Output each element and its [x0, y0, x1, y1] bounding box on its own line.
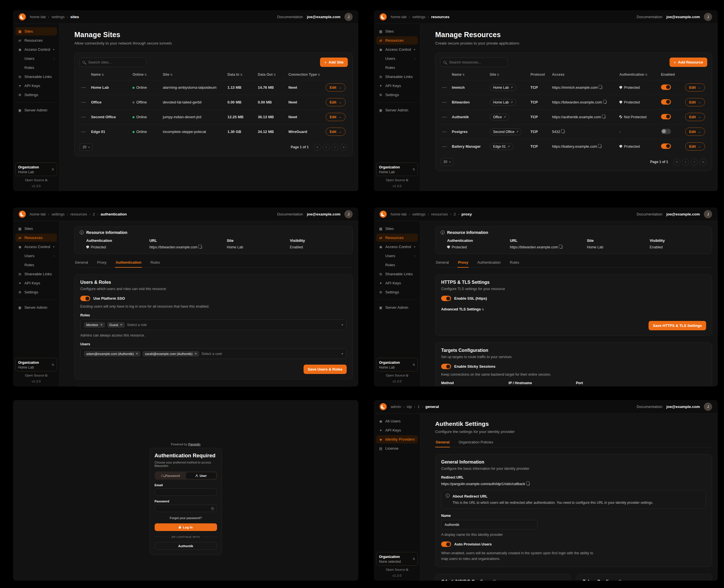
sort-icon[interactable]: ⇅	[144, 73, 147, 76]
sidebar-item-roles[interactable]: Roles	[15, 261, 57, 269]
breadcrumb-item[interactable]: settings	[412, 15, 425, 19]
remove-chip-icon[interactable]: ✕	[195, 352, 197, 355]
row-menu-button[interactable]: ···	[442, 145, 447, 149]
show-password-icon[interactable]	[211, 507, 214, 510]
row-menu-button[interactable]: ···	[81, 86, 86, 90]
copy-icon[interactable]	[199, 246, 202, 249]
copy-icon[interactable]	[603, 115, 605, 119]
site-pill[interactable]: Second Office↗	[490, 128, 522, 135]
edit-button[interactable]: Edit→	[326, 98, 345, 106]
avatar[interactable]: J	[344, 210, 353, 218]
documentation-link[interactable]: Documentation	[637, 404, 662, 409]
sidebar-item-license[interactable]: ▤License	[376, 444, 418, 453]
tab-password-method[interactable]: Password	[156, 472, 186, 479]
pangolin-link[interactable]: Pangolin	[188, 443, 201, 446]
sidebar-item-server-admin[interactable]: ▣Server Admin	[376, 106, 418, 114]
sidebar-item-access-control[interactable]: ◉Access Control▾	[15, 243, 57, 251]
documentation-link[interactable]: Documentation	[277, 212, 303, 216]
sidebar-item-sites[interactable]: ▦Sites	[15, 225, 57, 233]
remove-chip-icon[interactable]: ✕	[136, 352, 138, 355]
sort-icon[interactable]: ⇅	[102, 73, 104, 76]
copy-icon[interactable]	[527, 483, 530, 486]
idp-name-input[interactable]	[441, 520, 538, 529]
role-chip[interactable]: Guest✕	[107, 322, 125, 328]
row-menu-button[interactable]: ···	[442, 100, 447, 104]
password-field[interactable]	[155, 505, 217, 512]
edit-button[interactable]: Edit→	[685, 83, 705, 91]
breadcrumb-item[interactable]: resources	[431, 212, 448, 216]
row-menu-button[interactable]: ···	[81, 115, 86, 119]
sidebar-item-users[interactable]: Users›	[376, 55, 418, 63]
avatar[interactable]: J	[344, 13, 353, 21]
next-page-button[interactable]: ›	[331, 144, 339, 151]
edit-button[interactable]: Edit→	[685, 98, 705, 106]
breadcrumb-item[interactable]: 1	[418, 404, 420, 409]
sidebar-item-shareable-links[interactable]: ⧉Shareable Links	[15, 72, 57, 81]
breadcrumb-item[interactable]: 2	[454, 212, 456, 216]
rows-per-page-select[interactable]: 20▾	[441, 158, 454, 166]
organization-selector[interactable]: OrganizationHome Lab ⇅	[376, 163, 418, 176]
site-pill[interactable]: Home Lab↗	[490, 99, 516, 106]
sort-icon[interactable]: ⇅	[240, 73, 242, 76]
first-page-button[interactable]: «	[673, 159, 680, 166]
remove-chip-icon[interactable]: ✕	[120, 323, 122, 326]
row-menu-button[interactable]: ···	[81, 130, 86, 134]
sidebar-item-settings[interactable]: ⚙Settings	[376, 288, 418, 296]
row-menu-button[interactable]: ···	[442, 130, 447, 134]
breadcrumb-item[interactable]: home-lab	[30, 15, 46, 19]
sidebar-item-roles[interactable]: Roles	[376, 63, 418, 72]
sidebar-item-resources[interactable]: ⇄Resources	[15, 234, 57, 242]
tab-organization-policies[interactable]: Organization Policies	[458, 440, 494, 447]
organization-selector[interactable]: OrganizationHome Lab ⇅	[15, 358, 57, 372]
edit-button[interactable]: Edit→	[326, 113, 345, 121]
user-email[interactable]: joe@example.com	[666, 212, 700, 216]
sidebar-item-access-control[interactable]: ◉Access Control▾	[376, 243, 418, 251]
sidebar-item-api-keys[interactable]: ✦API Keys	[376, 82, 418, 90]
remove-chip-icon[interactable]: ✕	[100, 323, 102, 326]
site-pill[interactable]: Office↗	[490, 114, 509, 121]
roles-multiselect[interactable]: Member✕ Guest✕ Select a role ▾	[80, 319, 347, 330]
sidebar-item-sites[interactable]: ▦Sites	[15, 27, 57, 36]
avatar[interactable]: J	[704, 13, 712, 21]
sidebar-item-server-admin[interactable]: ▣Server Admin	[15, 106, 57, 114]
email-field[interactable]	[155, 488, 217, 496]
advanced-tls-expander[interactable]: Advanced TLS Settings ⇅	[441, 307, 706, 311]
sidebar-item-users[interactable]: Users›	[15, 55, 57, 63]
sticky-sessions-toggle[interactable]	[441, 364, 451, 369]
breadcrumb-item[interactable]: home-lab	[391, 212, 406, 216]
edit-button[interactable]: Edit→	[685, 113, 705, 121]
copy-icon[interactable]	[560, 246, 563, 249]
site-pill[interactable]: Edge 01↗	[490, 143, 513, 150]
sidebar-item-shareable-links[interactable]: ⧉Shareable Links	[15, 270, 57, 278]
breadcrumb-item[interactable]: settings	[51, 15, 65, 19]
add-site-button[interactable]: +Add Site	[320, 58, 348, 67]
sidebar-item-api-keys[interactable]: ✦API Keys	[376, 426, 418, 434]
breadcrumb-item[interactable]: settings	[51, 212, 65, 216]
last-page-button[interactable]: »	[340, 144, 347, 151]
tab-authentication[interactable]: Authentication	[477, 260, 501, 267]
enabled-toggle[interactable]	[661, 114, 671, 119]
edit-button[interactable]: Edit→	[326, 83, 345, 91]
breadcrumb-item[interactable]: admin	[391, 404, 401, 409]
sidebar-item-access-control[interactable]: ◉Access Control▾	[376, 45, 418, 54]
search-resources-input[interactable]	[440, 58, 507, 67]
sidebar-item-api-keys[interactable]: ✦API Keys	[376, 279, 418, 287]
next-page-button[interactable]: ›	[691, 159, 698, 166]
tab-proxy[interactable]: Proxy	[457, 260, 469, 267]
breadcrumb-item[interactable]: 2	[93, 212, 95, 216]
avatar[interactable]: J	[704, 403, 712, 411]
last-page-button[interactable]: »	[700, 159, 707, 166]
documentation-link[interactable]: Documentation	[637, 15, 662, 19]
log-in-button[interactable]: Log In	[155, 523, 217, 531]
sidebar-item-resources[interactable]: ⇄Resources	[15, 36, 57, 44]
copy-icon[interactable]	[604, 101, 606, 104]
copy-icon[interactable]	[599, 145, 601, 148]
breadcrumb-item[interactable]: idp	[407, 404, 412, 409]
tab-user-method[interactable]: User	[186, 472, 216, 479]
open-source-link[interactable]: Open Source ⧉	[376, 178, 418, 182]
tab-general[interactable]: General	[74, 260, 88, 267]
user-email[interactable]: joe@example.com	[307, 15, 340, 19]
sidebar-item-settings[interactable]: ⚙Settings	[376, 91, 418, 99]
enabled-toggle[interactable]	[661, 129, 671, 134]
sidebar-item-roles[interactable]: Roles	[15, 63, 57, 72]
